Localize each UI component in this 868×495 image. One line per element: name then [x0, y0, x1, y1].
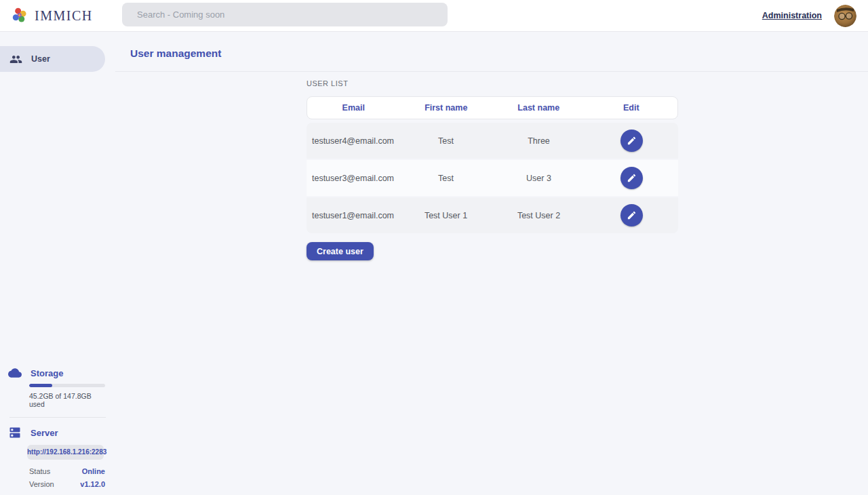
immich-logo-icon	[11, 7, 29, 25]
storage-progress-bar	[29, 384, 105, 387]
cell-email: testuser4@email.com	[307, 136, 399, 146]
server-version-label: Version	[29, 480, 54, 488]
section-label: USER LIST	[307, 79, 678, 87]
pencil-icon	[627, 173, 637, 183]
column-header-email: Email	[307, 103, 400, 113]
create-user-button[interactable]: Create user	[307, 242, 374, 260]
brand[interactable]: IMMICH	[0, 7, 115, 25]
search-input[interactable]	[122, 3, 448, 26]
server-version-value: v1.12.0	[80, 480, 105, 488]
page-header: User management	[115, 32, 868, 72]
user-avatar[interactable]	[834, 5, 856, 27]
administration-link[interactable]: Administration	[762, 11, 822, 20]
table-header-row: Email First name Last name Edit	[307, 96, 678, 119]
pencil-icon	[627, 210, 637, 220]
server-status-label: Status	[29, 467, 50, 475]
cell-first-name: Test	[399, 174, 492, 183]
column-header-last-name: Last name	[492, 103, 585, 113]
user-table: Email First name Last name Edit testuser…	[307, 96, 678, 233]
cell-last-name: Test User 2	[492, 211, 585, 220]
sidebar: User Storage 45.2GB of 147.8GB used	[0, 32, 115, 495]
server-panel: Server http://192.168.1.216:2283 Status …	[0, 426, 115, 488]
server-icon	[8, 426, 22, 439]
cell-email: testuser3@email.com	[307, 174, 399, 183]
cloud-icon	[8, 366, 22, 380]
pencil-icon	[627, 136, 637, 146]
edit-user-button[interactable]	[620, 204, 643, 226]
page-title: User management	[130, 47, 868, 60]
user-group-icon	[9, 53, 22, 66]
sidebar-item-user[interactable]: User	[0, 46, 105, 72]
storage-panel: Storage 45.2GB of 147.8GB used	[0, 366, 115, 408]
table-row: testuser3@email.com Test User 3	[307, 160, 678, 196]
sidebar-nav: User	[0, 46, 115, 72]
server-status-value: Online	[82, 467, 105, 475]
cell-first-name: Test User 1	[399, 211, 492, 220]
brand-name: IMMICH	[35, 8, 93, 24]
main-content: User management USER LIST Email First na…	[115, 32, 868, 495]
table-row: testuser4@email.com Test Three	[307, 123, 678, 159]
edit-user-button[interactable]	[620, 130, 643, 152]
storage-title: Storage	[31, 368, 63, 378]
server-url: http://192.168.1.216:2283	[27, 445, 104, 460]
column-header-edit: Edit	[585, 103, 678, 113]
cell-last-name: User 3	[492, 174, 585, 183]
column-header-first-name: First name	[400, 103, 493, 113]
storage-usage-text: 45.2GB of 147.8GB used	[29, 392, 105, 408]
top-bar: IMMICH Administration	[0, 0, 868, 32]
cell-email: testuser1@email.com	[307, 211, 399, 220]
cell-first-name: Test	[399, 136, 492, 146]
sidebar-footer: Storage 45.2GB of 147.8GB used Server	[0, 366, 115, 488]
table-body: testuser4@email.com Test Three te	[307, 123, 678, 233]
sidebar-divider	[9, 417, 106, 418]
storage-progress-fill	[29, 384, 52, 387]
top-bar-right: Administration	[762, 5, 868, 27]
edit-user-button[interactable]	[620, 167, 643, 189]
table-row: testuser1@email.com Test User 1 Test Use…	[307, 197, 678, 233]
avatar-photo-icon	[834, 5, 856, 27]
sidebar-item-label: User	[31, 54, 50, 64]
server-title: Server	[31, 428, 58, 438]
cell-last-name: Three	[492, 136, 585, 146]
